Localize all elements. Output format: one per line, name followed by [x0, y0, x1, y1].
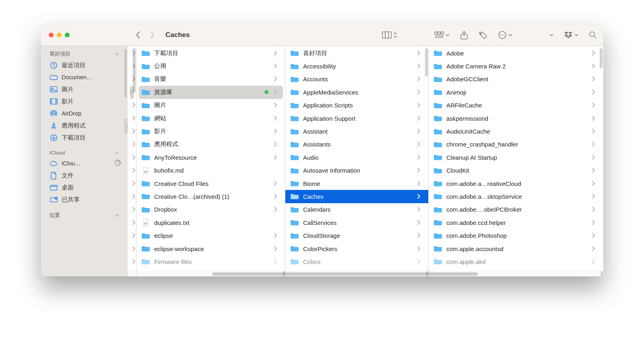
file-row[interactable]: Cleanup At Startup: [429, 151, 603, 164]
sidebar-scrollbar[interactable]: [124, 49, 127, 97]
file-row[interactable]: AppleMediaServices: [285, 86, 429, 99]
close-window-button[interactable]: [49, 33, 54, 37]
file-row[interactable]: askpermissiond: [429, 112, 603, 125]
row-stub[interactable]: [128, 216, 136, 229]
file-row[interactable]: AdobeGCClient: [429, 73, 603, 86]
file-row[interactable]: 影片: [136, 125, 285, 138]
sidebar-item[interactable]: 文件: [41, 169, 128, 181]
sidebar-item[interactable]: 下載項目: [41, 132, 128, 144]
sidebar-item[interactable]: 應用程式: [41, 119, 128, 132]
back-button[interactable]: [136, 31, 141, 39]
file-row[interactable]: Firmware files: [136, 255, 285, 268]
row-stub[interactable]: [128, 99, 136, 112]
file-row[interactable]: com.adobe.a…sktopService: [429, 190, 603, 203]
sidebar-item[interactable]: Documen…: [41, 71, 128, 83]
row-stub[interactable]: [128, 125, 136, 138]
sidebar-item[interactable]: 已共享: [41, 194, 128, 206]
file-row[interactable]: eclipse: [136, 229, 285, 242]
horizontal-scrollbar[interactable]: [128, 271, 603, 276]
vertical-scroll-thumb[interactable]: [425, 48, 428, 76]
file-name: Assistants: [303, 141, 413, 148]
file-row[interactable]: CallServices: [285, 216, 429, 229]
file-row[interactable]: Animoji: [429, 86, 603, 99]
search-button[interactable]: [589, 31, 597, 39]
file-row[interactable]: Adobe: [429, 47, 603, 60]
file-row[interactable]: 網站: [136, 112, 285, 125]
file-row[interactable]: Application Scripts: [285, 99, 429, 112]
chevron-right-icon: [417, 141, 421, 148]
forward-button[interactable]: [150, 31, 155, 39]
tags-button[interactable]: [479, 31, 487, 39]
file-row[interactable]: Autosave Information: [285, 164, 429, 177]
row-stub[interactable]: [128, 242, 136, 255]
file-row[interactable]: 圖片: [136, 99, 285, 112]
row-stub[interactable]: [128, 229, 136, 242]
file-row[interactable]: Adobe Camera Raw 2: [429, 60, 603, 72]
file-row[interactable]: Accessibility: [285, 60, 429, 72]
share-button[interactable]: [460, 31, 468, 39]
sidebar-item[interactable]: iClou…: [41, 157, 128, 169]
row-stub[interactable]: [128, 112, 136, 125]
minimize-window-button[interactable]: [57, 33, 62, 37]
file-row[interactable]: MDbuhofix.md: [136, 164, 285, 177]
file-row[interactable]: TXTduplicates.txt: [136, 216, 285, 229]
vertical-scroll-thumb[interactable]: [600, 48, 603, 68]
action-menu-button[interactable]: [498, 31, 512, 39]
file-row[interactable]: Colors: [285, 255, 429, 268]
row-stub[interactable]: [128, 151, 136, 164]
zoom-window-button[interactable]: [65, 33, 70, 37]
row-stub[interactable]: [128, 138, 136, 151]
sidebar-item[interactable]: 影片: [41, 95, 128, 107]
file-row[interactable]: Application Support: [285, 112, 429, 125]
file-row[interactable]: com.adobe.ccd.helper: [429, 216, 603, 229]
file-row[interactable]: Creative Cloud Files: [136, 177, 285, 190]
sidebar-item[interactable]: 最近項目: [41, 59, 128, 71]
file-row[interactable]: CloudStorage: [285, 229, 429, 242]
vertical-scroll-thumb[interactable]: [133, 48, 136, 93]
row-stub[interactable]: [128, 177, 136, 190]
file-row[interactable]: chrome_crashpad_handler: [429, 138, 603, 151]
file-row[interactable]: 喜好項目: [285, 47, 429, 60]
row-stub[interactable]: [128, 255, 136, 268]
sidebar-section-header[interactable]: 喜好項目: [41, 49, 128, 59]
view-columns-button[interactable]: [382, 31, 397, 39]
file-row[interactable]: Caches: [285, 190, 429, 203]
file-row[interactable]: Dropbox: [136, 203, 285, 216]
file-row[interactable]: com.adobe.…obeIPCBroker: [429, 203, 603, 216]
dropbox-button[interactable]: [564, 31, 578, 39]
file-row[interactable]: com.adobe.a…reativeCloud: [429, 177, 603, 190]
horizontal-scroll-thumb[interactable]: [212, 272, 478, 276]
file-row[interactable]: com.apple.akd: [429, 255, 603, 268]
file-row[interactable]: 音樂: [136, 73, 285, 86]
row-stub[interactable]: [128, 203, 136, 216]
file-row[interactable]: AnyToResource: [136, 151, 285, 164]
file-row[interactable]: ARFileCache: [429, 99, 603, 112]
file-row[interactable]: Creative Clo…(archived) (1): [136, 190, 285, 203]
file-row[interactable]: CloudKit: [429, 164, 603, 177]
file-row[interactable]: Accounts: [285, 73, 429, 86]
file-row[interactable]: 下載項目: [136, 47, 285, 60]
file-row[interactable]: com.adobe.Photoshop: [429, 229, 603, 242]
file-row[interactable]: 公用: [136, 60, 285, 72]
file-row[interactable]: 資源庫: [139, 86, 283, 99]
sidebar-section-header[interactable]: iCloud: [41, 148, 128, 157]
file-name: ColorPickers: [303, 245, 413, 252]
file-row[interactable]: Assistant: [285, 125, 429, 138]
file-row[interactable]: 應用程式: [136, 138, 285, 151]
file-row[interactable]: Audio: [285, 151, 429, 164]
toolbar-extension-button[interactable]: [549, 33, 553, 37]
file-row[interactable]: Calendars: [285, 203, 429, 216]
file-row[interactable]: ColorPickers: [285, 242, 429, 255]
file-row[interactable]: Biome: [285, 177, 429, 190]
file-row[interactable]: eclipse-workspace: [136, 242, 285, 255]
row-stub[interactable]: [128, 164, 136, 177]
file-row[interactable]: Assistants: [285, 138, 429, 151]
sidebar-section-header[interactable]: 位置: [41, 210, 128, 220]
file-row[interactable]: AudioUnitCache: [429, 125, 603, 138]
group-by-button[interactable]: [434, 31, 450, 39]
sidebar-item[interactable]: AirDrop: [41, 107, 128, 119]
sidebar-item[interactable]: 圖片: [41, 83, 128, 95]
file-row[interactable]: com.apple.accountsd: [429, 242, 603, 255]
sidebar-item[interactable]: 桌面: [41, 181, 128, 194]
row-stub[interactable]: [128, 190, 136, 203]
